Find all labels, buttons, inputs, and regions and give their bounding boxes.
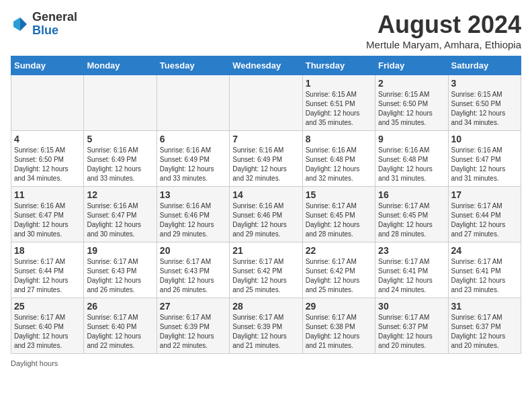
logo-text: General Blue bbox=[32, 11, 77, 38]
day-info: Sunrise: 6:15 AM Sunset: 6:51 PM Dayligh… bbox=[306, 90, 372, 128]
day-info: Sunrise: 6:17 AM Sunset: 6:42 PM Dayligh… bbox=[232, 257, 299, 295]
day-info: Sunrise: 6:16 AM Sunset: 6:47 PM Dayligh… bbox=[14, 201, 81, 239]
day-info: Sunrise: 6:15 AM Sunset: 6:50 PM Dayligh… bbox=[378, 90, 445, 128]
header-cell-tuesday: Tuesday bbox=[157, 56, 229, 75]
day-number: 10 bbox=[451, 134, 518, 144]
month-year: August 2024 bbox=[366, 11, 521, 39]
day-number: 13 bbox=[160, 189, 226, 200]
day-cell-29: 29Sunrise: 6:17 AM Sunset: 6:38 PM Dayli… bbox=[302, 298, 375, 354]
header-cell-friday: Friday bbox=[375, 56, 448, 75]
day-cell-14: 14Sunrise: 6:16 AM Sunset: 6:46 PM Dayli… bbox=[230, 187, 302, 242]
day-info: Sunrise: 6:16 AM Sunset: 6:47 PM Dayligh… bbox=[451, 146, 518, 183]
day-cell-2: 2Sunrise: 6:15 AM Sunset: 6:50 PM Daylig… bbox=[375, 75, 448, 131]
day-cell-17: 17Sunrise: 6:17 AM Sunset: 6:44 PM Dayli… bbox=[448, 187, 521, 242]
empty-cell bbox=[230, 75, 302, 131]
header-cell-thursday: Thursday bbox=[302, 56, 375, 75]
day-info: Sunrise: 6:17 AM Sunset: 6:44 PM Dayligh… bbox=[451, 201, 518, 239]
day-number: 9 bbox=[378, 134, 445, 144]
week-row-0: 1Sunrise: 6:15 AM Sunset: 6:51 PM Daylig… bbox=[11, 75, 521, 131]
day-cell-8: 8Sunrise: 6:16 AM Sunset: 6:48 PM Daylig… bbox=[302, 131, 375, 187]
day-cell-30: 30Sunrise: 6:17 AM Sunset: 6:37 PM Dayli… bbox=[375, 298, 448, 354]
day-cell-31: 31Sunrise: 6:17 AM Sunset: 6:37 PM Dayli… bbox=[448, 298, 521, 354]
day-number: 25 bbox=[14, 301, 81, 312]
day-cell-9: 9Sunrise: 6:16 AM Sunset: 6:48 PM Daylig… bbox=[375, 131, 448, 187]
day-number: 12 bbox=[87, 189, 153, 200]
day-info: Sunrise: 6:17 AM Sunset: 6:39 PM Dayligh… bbox=[160, 313, 226, 351]
header-cell-wednesday: Wednesday bbox=[230, 56, 302, 75]
week-row-2: 11Sunrise: 6:16 AM Sunset: 6:47 PM Dayli… bbox=[11, 187, 521, 242]
day-cell-20: 20Sunrise: 6:17 AM Sunset: 6:43 PM Dayli… bbox=[157, 242, 229, 298]
header-cell-sunday: Sunday bbox=[11, 56, 84, 75]
day-number: 30 bbox=[378, 301, 445, 312]
day-number: 31 bbox=[451, 301, 518, 312]
day-number: 6 bbox=[160, 134, 226, 144]
day-number: 20 bbox=[160, 245, 226, 256]
day-info: Sunrise: 6:17 AM Sunset: 6:43 PM Dayligh… bbox=[87, 257, 153, 295]
day-info: Sunrise: 6:17 AM Sunset: 6:43 PM Dayligh… bbox=[160, 257, 226, 295]
day-cell-22: 22Sunrise: 6:17 AM Sunset: 6:42 PM Dayli… bbox=[302, 242, 375, 298]
day-cell-15: 15Sunrise: 6:17 AM Sunset: 6:45 PM Dayli… bbox=[302, 187, 375, 242]
day-info: Sunrise: 6:16 AM Sunset: 6:49 PM Dayligh… bbox=[160, 146, 226, 183]
day-cell-28: 28Sunrise: 6:17 AM Sunset: 6:39 PM Dayli… bbox=[230, 298, 302, 354]
header-row: SundayMondayTuesdayWednesdayThursdayFrid… bbox=[11, 56, 521, 75]
day-cell-5: 5Sunrise: 6:16 AM Sunset: 6:49 PM Daylig… bbox=[84, 131, 157, 187]
day-number: 29 bbox=[306, 301, 372, 312]
logo-icon bbox=[11, 15, 30, 34]
day-cell-1: 1Sunrise: 6:15 AM Sunset: 6:51 PM Daylig… bbox=[302, 75, 375, 131]
day-info: Sunrise: 6:17 AM Sunset: 6:42 PM Dayligh… bbox=[306, 257, 372, 295]
day-number: 19 bbox=[87, 245, 153, 256]
empty-cell bbox=[11, 75, 84, 131]
empty-cell bbox=[157, 75, 229, 131]
day-info: Sunrise: 6:16 AM Sunset: 6:49 PM Dayligh… bbox=[87, 146, 153, 183]
day-info: Sunrise: 6:17 AM Sunset: 6:44 PM Dayligh… bbox=[14, 257, 81, 295]
day-cell-24: 24Sunrise: 6:17 AM Sunset: 6:41 PM Dayli… bbox=[448, 242, 521, 298]
calendar-body: 1Sunrise: 6:15 AM Sunset: 6:51 PM Daylig… bbox=[11, 75, 521, 354]
day-cell-18: 18Sunrise: 6:17 AM Sunset: 6:44 PM Dayli… bbox=[11, 242, 84, 298]
day-number: 7 bbox=[232, 134, 299, 144]
day-number: 27 bbox=[160, 301, 226, 312]
day-cell-12: 12Sunrise: 6:16 AM Sunset: 6:47 PM Dayli… bbox=[84, 187, 157, 242]
day-info: Sunrise: 6:17 AM Sunset: 6:45 PM Dayligh… bbox=[306, 201, 372, 239]
day-info: Sunrise: 6:17 AM Sunset: 6:41 PM Dayligh… bbox=[451, 257, 518, 295]
day-cell-25: 25Sunrise: 6:17 AM Sunset: 6:40 PM Dayli… bbox=[11, 298, 84, 354]
day-info: Sunrise: 6:17 AM Sunset: 6:40 PM Dayligh… bbox=[14, 313, 81, 351]
day-cell-4: 4Sunrise: 6:15 AM Sunset: 6:50 PM Daylig… bbox=[11, 131, 84, 187]
day-cell-23: 23Sunrise: 6:17 AM Sunset: 6:41 PM Dayli… bbox=[375, 242, 448, 298]
day-cell-11: 11Sunrise: 6:16 AM Sunset: 6:47 PM Dayli… bbox=[11, 187, 84, 242]
title-area: August 2024 Mertule Maryam, Amhara, Ethi… bbox=[366, 11, 521, 50]
day-cell-16: 16Sunrise: 6:17 AM Sunset: 6:45 PM Dayli… bbox=[375, 187, 448, 242]
week-row-1: 4Sunrise: 6:15 AM Sunset: 6:50 PM Daylig… bbox=[11, 131, 521, 187]
day-number: 18 bbox=[14, 245, 81, 256]
day-number: 2 bbox=[378, 78, 445, 89]
day-number: 1 bbox=[306, 78, 372, 89]
header-cell-saturday: Saturday bbox=[448, 56, 521, 75]
day-number: 21 bbox=[232, 245, 299, 256]
day-info: Sunrise: 6:17 AM Sunset: 6:37 PM Dayligh… bbox=[451, 313, 518, 351]
day-info: Sunrise: 6:16 AM Sunset: 6:47 PM Dayligh… bbox=[87, 201, 153, 239]
day-cell-13: 13Sunrise: 6:16 AM Sunset: 6:46 PM Dayli… bbox=[157, 187, 229, 242]
day-number: 26 bbox=[87, 301, 153, 312]
day-number: 5 bbox=[87, 134, 153, 144]
day-number: 22 bbox=[306, 245, 372, 256]
day-info: Sunrise: 6:16 AM Sunset: 6:48 PM Dayligh… bbox=[306, 146, 372, 183]
day-cell-26: 26Sunrise: 6:17 AM Sunset: 6:40 PM Dayli… bbox=[84, 298, 157, 354]
day-info: Sunrise: 6:16 AM Sunset: 6:49 PM Dayligh… bbox=[232, 146, 299, 183]
day-info: Sunrise: 6:17 AM Sunset: 6:45 PM Dayligh… bbox=[378, 201, 445, 239]
day-cell-27: 27Sunrise: 6:17 AM Sunset: 6:39 PM Dayli… bbox=[157, 298, 229, 354]
day-number: 4 bbox=[14, 134, 81, 144]
day-number: 16 bbox=[378, 189, 445, 200]
calendar-header: SundayMondayTuesdayWednesdayThursdayFrid… bbox=[11, 56, 521, 75]
day-number: 24 bbox=[451, 245, 518, 256]
week-row-3: 18Sunrise: 6:17 AM Sunset: 6:44 PM Dayli… bbox=[11, 242, 521, 298]
logo: General Blue bbox=[11, 11, 77, 38]
week-row-4: 25Sunrise: 6:17 AM Sunset: 6:40 PM Dayli… bbox=[11, 298, 521, 354]
day-info: Sunrise: 6:17 AM Sunset: 6:41 PM Dayligh… bbox=[378, 257, 445, 295]
header: General Blue August 2024 Mertule Maryam,… bbox=[11, 11, 521, 50]
header-cell-monday: Monday bbox=[84, 56, 157, 75]
day-info: Sunrise: 6:15 AM Sunset: 6:50 PM Dayligh… bbox=[14, 146, 81, 183]
day-info: Sunrise: 6:16 AM Sunset: 6:46 PM Dayligh… bbox=[160, 201, 226, 239]
empty-cell bbox=[84, 75, 157, 131]
day-number: 23 bbox=[378, 245, 445, 256]
day-info: Sunrise: 6:17 AM Sunset: 6:40 PM Dayligh… bbox=[87, 313, 153, 351]
day-cell-19: 19Sunrise: 6:17 AM Sunset: 6:43 PM Dayli… bbox=[84, 242, 157, 298]
